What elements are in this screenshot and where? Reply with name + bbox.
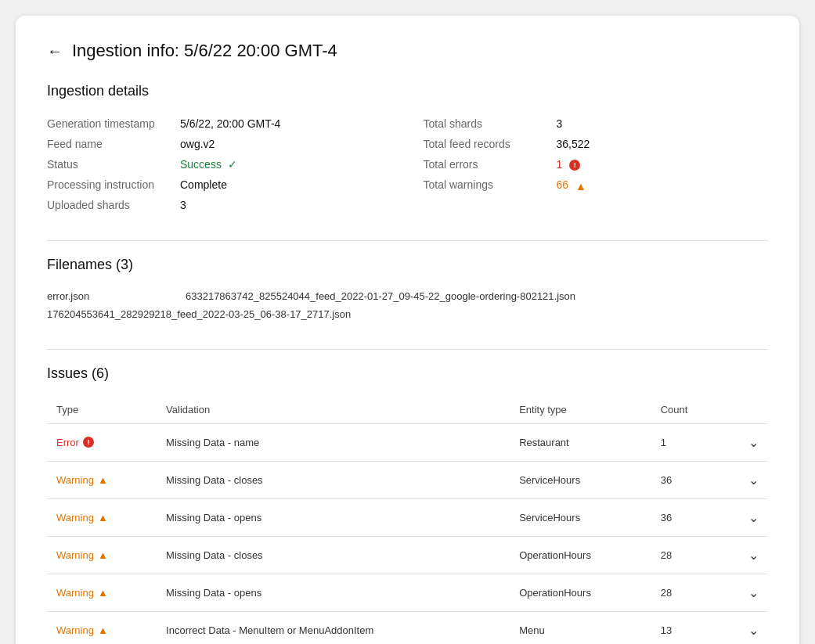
issue-validation-1: Missing Data - closes [157,461,510,498]
table-row: Warning ▲ Missing Data - closesOperation… [47,536,768,574]
divider-2 [47,349,768,350]
detail-uploaded-shards: Uploaded shards 3 [47,195,392,215]
detail-total-warnings: Total warnings 66 ▲ [424,174,769,196]
chevron-down-icon[interactable]: ⌄ [748,473,759,487]
type-warning-label: Warning ▲ [56,474,147,486]
filenames-list: error.json 633217863742_825524044_feed_2… [47,287,768,324]
issues-section: Issues (6) Type Validation Entity type C… [47,365,768,644]
issue-expand-0[interactable]: ⌄ [723,423,768,461]
col-count: Count [651,396,723,424]
issue-validation-5: Incorrect Data - MenuItem or MenuAddonIt… [157,611,510,644]
total-warnings-triangle: ▲ [575,180,586,192]
issue-count-4: 28 [651,574,723,611]
issue-validation-4: Missing Data - opens [157,574,510,611]
issue-type-4: Warning ▲ [47,574,157,611]
col-validation: Validation [157,396,510,424]
table-row: Warning ▲ Missing Data - opensOperationH… [47,574,768,611]
detail-status: Status Success ✓ [47,154,392,174]
chevron-down-icon[interactable]: ⌄ [748,586,759,599]
issue-type-1: Warning ▲ [47,461,157,498]
issue-count-2: 36 [651,498,723,536]
table-row: Warning ▲ Incorrect Data - MenuItem or M… [47,611,768,644]
detail-processing-instruction: Processing instruction Complete [47,174,392,195]
issue-type-3: Warning ▲ [47,536,157,574]
warning-triangle-icon: ▲ [98,474,108,486]
issue-expand-1[interactable]: ⌄ [723,461,768,498]
issues-table-header: Type Validation Entity type Count [47,396,768,424]
issue-type-0: Error ! [47,423,157,461]
details-right: Total shards 3 Total feed records 36,522… [424,113,769,215]
divider-1 [47,240,768,241]
issue-validation-0: Missing Data - name [157,423,510,461]
detail-feed-name: Feed name owg.v2 [47,134,392,154]
main-card: ← Ingestion info: 5/6/22 20:00 GMT-4 Ing… [16,16,799,644]
chevron-down-icon[interactable]: ⌄ [748,436,759,449]
table-row: Error ! Missing Data - nameRestaurant1⌄ [47,423,768,461]
detail-generation-timestamp: Generation timestamp 5/6/22, 20:00 GMT-4 [47,113,392,134]
issue-entity-2: ServiceHours [510,498,651,536]
chevron-down-icon[interactable]: ⌄ [748,549,759,562]
page-header: ← Ingestion info: 5/6/22 20:00 GMT-4 [47,41,768,61]
page-title: Ingestion info: 5/6/22 20:00 GMT-4 [72,41,337,61]
issue-validation-3: Missing Data - closes [157,536,510,574]
details-grid: Generation timestamp 5/6/22, 20:00 GMT-4… [47,113,768,215]
error-dot-icon: ! [83,437,94,448]
issue-expand-3[interactable]: ⌄ [723,536,768,574]
issue-type-5: Warning ▲ [47,611,157,644]
issue-validation-2: Missing Data - opens [157,498,510,536]
issue-entity-0: Restaurant [510,423,651,461]
chevron-down-icon[interactable]: ⌄ [748,511,759,524]
col-type: Type [47,396,157,424]
ingestion-details-section: Ingestion details Generation timestamp 5… [47,83,768,215]
type-warning-label: Warning ▲ [56,512,147,523]
table-row: Warning ▲ Missing Data - opensServiceHou… [47,498,768,536]
issue-count-1: 36 [651,461,723,498]
issue-entity-1: ServiceHours [510,461,651,498]
issues-title: Issues (6) [47,365,768,382]
table-row: Warning ▲ Missing Data - closesServiceHo… [47,461,768,498]
issue-count-5: 13 [651,611,723,644]
filenames-section: Filenames (3) error.json 633217863742_82… [47,257,768,324]
issue-entity-3: OperationHours [510,536,651,574]
filename-1: error.json 633217863742_825524044_feed_2… [47,287,768,305]
detail-total-feed-records: Total feed records 36,522 [424,134,769,154]
detail-total-errors: Total errors 1 ! [424,154,769,174]
chevron-down-icon[interactable]: ⌄ [748,624,759,637]
col-expand [723,396,768,424]
type-warning-label: Warning ▲ [56,587,147,599]
warning-triangle-icon: ▲ [98,512,108,523]
type-warning-label: Warning ▲ [56,624,147,636]
detail-total-shards: Total shards 3 [424,113,769,134]
type-error-label: Error ! [56,437,147,448]
details-left: Generation timestamp 5/6/22, 20:00 GMT-4… [47,113,392,215]
issue-expand-4[interactable]: ⌄ [723,574,768,611]
success-check-icon: ✓ [228,158,237,171]
issue-count-0: 1 [651,423,723,461]
type-warning-label: Warning ▲ [56,549,147,561]
issue-type-2: Warning ▲ [47,498,157,536]
issue-count-3: 28 [651,536,723,574]
ingestion-details-title: Ingestion details [47,83,768,99]
issue-expand-2[interactable]: ⌄ [723,498,768,536]
issue-expand-5[interactable]: ⌄ [723,611,768,644]
warning-triangle-icon: ▲ [98,549,108,561]
issue-entity-5: Menu [510,611,651,644]
col-entity-type: Entity type [510,396,651,424]
warning-triangle-icon: ▲ [98,624,108,636]
total-errors-dot: ! [569,160,580,171]
filename-2: 176204553641_282929218_feed_2022-03-25_0… [47,305,768,323]
issues-table: Type Validation Entity type Count Error … [47,396,768,644]
issue-entity-4: OperationHours [510,574,651,611]
filenames-title: Filenames (3) [47,257,768,273]
warning-triangle-icon: ▲ [98,587,108,599]
back-button[interactable]: ← [47,42,63,60]
